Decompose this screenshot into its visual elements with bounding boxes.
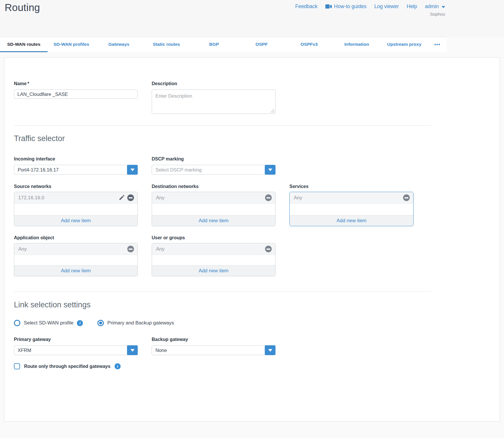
remove-icon[interactable] — [265, 194, 272, 201]
radio-primary-backup-gateways[interactable]: Primary and Backup gateways — [97, 320, 174, 326]
tab-gateways[interactable]: Gateways — [95, 37, 143, 52]
description-field-group: Description — [152, 81, 275, 114]
remove-icon[interactable] — [127, 246, 134, 252]
tab-ospfv3[interactable]: OSPFv3 — [285, 37, 333, 52]
list-item-text: Any — [18, 246, 27, 252]
add-new-item-button[interactable]: Add new item — [152, 215, 275, 226]
radio-icon[interactable] — [97, 320, 104, 326]
application-object-label: Application object — [14, 235, 138, 241]
primary-gateway-label: Primary gateway — [14, 337, 138, 342]
radio-icon[interactable] — [14, 320, 20, 326]
sd-wan-route-form: Name* Description Traffic selector Incom… — [4, 57, 500, 421]
services-listbox: Any Add new item — [289, 192, 414, 226]
video-camera-icon — [325, 4, 332, 9]
info-icon[interactable]: i — [77, 320, 83, 326]
application-object-listbox: Any Add new item — [14, 243, 138, 276]
page-title: Routing — [5, 2, 40, 13]
dscp-marking-placeholder: Select DSCP marking — [155, 167, 202, 173]
tab-bar: SD-WAN routes SD-WAN profiles Gateways S… — [0, 37, 447, 52]
backup-gateway-label: Backup gateway — [152, 337, 275, 342]
triangle-down-icon — [130, 169, 135, 171]
edit-icon[interactable] — [119, 195, 125, 201]
primary-gateway-group: Primary gateway XFRM — [14, 337, 138, 355]
source-networks-group: Source networks 172.16.16.0 Add new item — [14, 184, 138, 226]
add-new-item-button[interactable]: Add new item — [290, 215, 413, 226]
primary-gateway-value: XFRM — [18, 348, 31, 353]
log-viewer-link[interactable]: Log viewer — [374, 3, 399, 10]
add-new-item-button[interactable]: Add new item — [14, 265, 137, 276]
tab-ospf[interactable]: OSPF — [238, 37, 285, 52]
section-divider — [14, 125, 432, 126]
listbox-empty-area — [152, 255, 275, 265]
incoming-interface-label: Incoming interface — [14, 156, 138, 162]
remove-icon[interactable] — [127, 194, 134, 201]
radio-label[interactable]: Select SD-WAN profile — [24, 320, 73, 326]
tab-upstream-proxy[interactable]: Upstream proxy — [380, 37, 428, 52]
list-item: Any — [152, 243, 275, 255]
tab-sd-wan-routes[interactable]: SD-WAN routes — [0, 37, 48, 52]
dropdown-button[interactable] — [127, 165, 138, 175]
link-selection-heading: Link selection settings — [14, 300, 188, 310]
backup-gateway-value: None — [155, 348, 167, 353]
application-object-group: Application object Any Add new item — [14, 235, 138, 276]
route-only-checkbox-label[interactable]: Route only through specified gateways — [24, 364, 110, 369]
dropdown-button[interactable] — [265, 345, 275, 355]
triangle-down-icon — [268, 169, 272, 171]
list-item: Any — [152, 192, 275, 204]
help-link[interactable]: Help — [407, 3, 417, 10]
incoming-interface-select[interactable]: Port4-172.16.16.17 — [14, 165, 138, 175]
description-textarea[interactable] — [152, 90, 275, 114]
route-only-checkbox[interactable] — [14, 363, 20, 369]
traffic-selector-heading: Traffic selector — [14, 134, 138, 143]
list-item: Any — [290, 192, 413, 204]
info-icon[interactable]: i — [115, 363, 121, 369]
list-item-text: Any — [294, 195, 302, 201]
remove-icon[interactable] — [265, 246, 272, 252]
add-new-item-button[interactable]: Add new item — [152, 265, 275, 276]
tab-information[interactable]: Information — [333, 37, 380, 52]
name-label: Name* — [14, 81, 138, 87]
radio-label[interactable]: Primary and Backup gateways — [107, 320, 174, 326]
user-or-groups-label: User or groups — [152, 235, 275, 241]
dropdown-button[interactable] — [265, 165, 275, 175]
radio-select-sd-wan-profile[interactable]: Select SD-WAN profile i — [14, 320, 83, 326]
remove-icon[interactable] — [403, 194, 410, 201]
route-only-checkbox-row: Route only through specified gateways i — [14, 363, 121, 369]
howto-guides-link[interactable]: How-to guides — [325, 3, 367, 10]
admin-label: admin — [425, 3, 439, 10]
header: Routing Feedback How-to guides Log viewe… — [0, 0, 504, 37]
triangle-down-icon — [130, 349, 135, 352]
backup-gateway-group: Backup gateway None — [152, 337, 275, 355]
services-group: Services Any Add new item — [289, 184, 414, 226]
tab-bgp[interactable]: BGP — [190, 37, 238, 52]
source-networks-listbox: 172.16.16.0 Add new item — [14, 192, 138, 226]
admin-menu[interactable]: admin — [425, 3, 445, 10]
add-new-item-button[interactable]: Add new item — [14, 215, 137, 226]
header-nav: Feedback How-to guides Log viewer Help a… — [295, 3, 445, 17]
dropdown-button[interactable] — [127, 345, 138, 355]
list-item-text: 172.16.16.0 — [18, 195, 44, 201]
tab-sd-wan-profiles[interactable]: SD-WAN profiles — [48, 37, 95, 52]
dscp-marking-select[interactable]: Select DSCP marking — [152, 165, 275, 175]
backup-gateway-select[interactable]: None — [152, 345, 275, 355]
user-or-groups-group: User or groups Any Add new item — [152, 235, 275, 276]
listbox-empty-area — [152, 204, 275, 215]
section-divider — [14, 291, 432, 292]
brand-label: Sophos — [295, 12, 445, 17]
name-input[interactable] — [14, 90, 138, 99]
incoming-interface-group: Incoming interface Port4-172.16.16.17 — [14, 156, 138, 175]
dscp-marking-group: DSCP marking Select DSCP marking — [152, 156, 275, 175]
destination-networks-listbox: Any Add new item — [152, 192, 275, 226]
feedback-link[interactable]: Feedback — [295, 3, 318, 10]
primary-gateway-select[interactable]: XFRM — [14, 345, 138, 355]
tabs-more-button[interactable]: ••• — [428, 37, 447, 52]
name-field-group: Name* — [14, 81, 138, 99]
listbox-empty-area — [14, 204, 137, 215]
required-asterisk: * — [28, 81, 29, 86]
listbox-empty-area — [14, 255, 137, 265]
tab-static-routes[interactable]: Static routes — [143, 37, 190, 52]
chevron-down-icon — [442, 6, 445, 8]
list-item: Any — [14, 243, 137, 255]
list-item: 172.16.16.0 — [14, 192, 137, 204]
list-item-text: Any — [156, 246, 164, 252]
